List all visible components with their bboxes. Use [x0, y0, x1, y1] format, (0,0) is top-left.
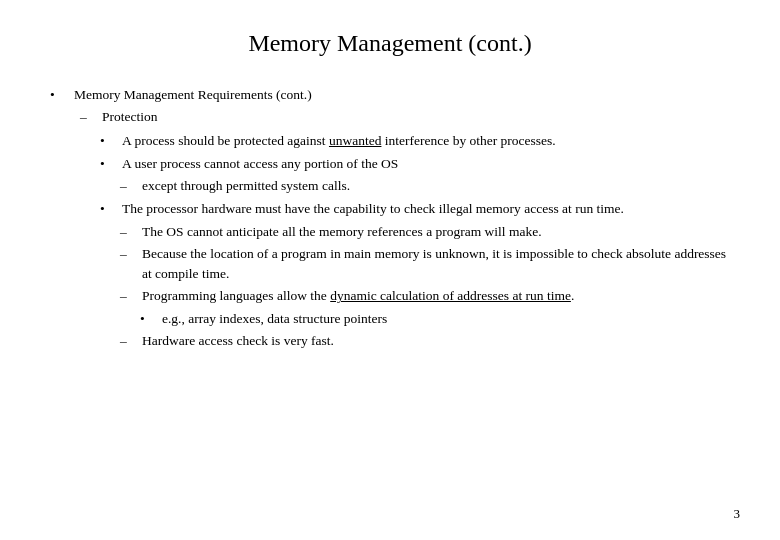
slide-content: • Memory Management Requirements (cont.)… — [50, 85, 730, 351]
bullet5-symbol: • — [140, 309, 158, 329]
sub-dash-symbol-2: – — [120, 222, 138, 242]
sub-dash-symbol-5: – — [120, 331, 138, 351]
bullet-processor: • The processor hardware must have the c… — [50, 199, 730, 219]
bullet4-text: The processor hardware must have the cap… — [122, 199, 624, 219]
slide-title: Memory Management (cont.) — [50, 30, 730, 57]
sub-dash-programming: – Programming languages allow the dynami… — [50, 286, 730, 306]
dash-label: Protection — [102, 107, 158, 127]
bullet2-text: A process should be protected against un… — [122, 131, 556, 151]
dash-symbol: – — [80, 107, 98, 127]
bullet-user-process: • A user process cannot access any porti… — [50, 154, 730, 174]
bullet-protection-1: • A process should be protected against … — [50, 131, 730, 151]
sub-dash-text-2: The OS cannot anticipate all the memory … — [142, 222, 542, 242]
page-number: 3 — [734, 506, 741, 522]
sub-dash-location: – Because the location of a program in m… — [50, 244, 730, 285]
sub-dash-text-4: Programming languages allow the dynamic … — [142, 286, 574, 306]
list-item: • Memory Management Requirements (cont.) — [50, 85, 730, 105]
bullet-symbol: • — [50, 85, 70, 105]
sub-dash-symbol-1: – — [120, 176, 138, 196]
level3-bullet-eg: • e.g., array indexes, data structure po… — [50, 309, 730, 329]
sub-dash-text-1: except through permitted system calls. — [142, 176, 350, 196]
bullet5-text: e.g., array indexes, data structure poin… — [162, 309, 387, 329]
sub-dash-symbol-4: – — [120, 286, 138, 306]
sub-dash-os: – The OS cannot anticipate all the memor… — [50, 222, 730, 242]
level1-text: Memory Management Requirements (cont.) — [74, 85, 730, 105]
main-list: • Memory Management Requirements (cont.)… — [50, 85, 730, 351]
sub-dash-text-5: Hardware access check is very fast. — [142, 331, 334, 351]
slide: Memory Management (cont.) • Memory Manag… — [0, 0, 780, 540]
underline-unwanted: unwanted — [329, 133, 381, 148]
bullet3-text: A user process cannot access any portion… — [122, 154, 398, 174]
bullet2-symbol: • — [100, 131, 118, 151]
sub-dash-text-3: Because the location of a program in mai… — [142, 244, 730, 285]
bullet4-symbol: • — [100, 199, 118, 219]
sub-dash-symbol-3: – — [120, 244, 138, 264]
sub-dash-system-calls: – except through permitted system calls. — [50, 176, 730, 196]
bullet3-symbol: • — [100, 154, 118, 174]
sub-dash-hardware: – Hardware access check is very fast. — [50, 331, 730, 351]
dash-protection: – Protection — [50, 107, 730, 127]
underline-dynamic: dynamic calculation of addresses at run … — [330, 288, 571, 303]
